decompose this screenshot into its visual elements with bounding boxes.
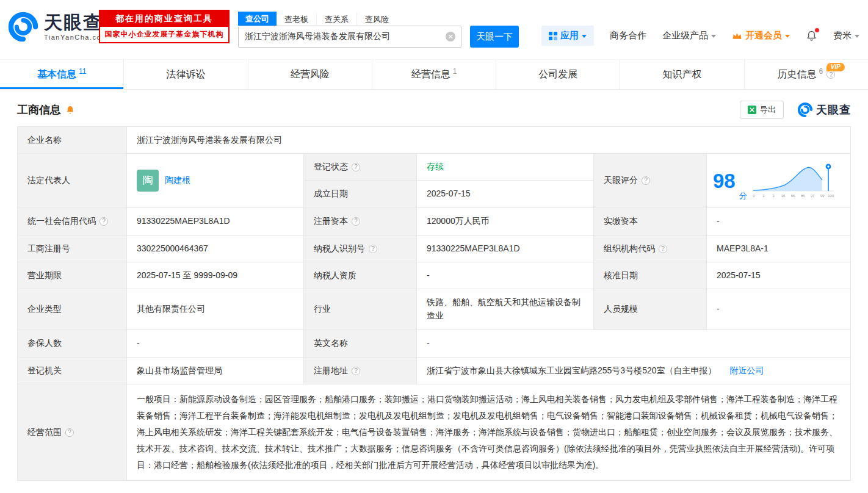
search-tab-relation[interactable]: 查关系 <box>317 13 357 26</box>
reg-number-label: 工商注册号 <box>18 236 127 262</box>
svg-text:85: 85 <box>800 194 805 198</box>
tab-label: 历史信息 <box>777 68 816 81</box>
section-title: 工商信息 <box>17 103 61 117</box>
svg-text:0: 0 <box>753 194 755 198</box>
english-name-value: - <box>417 330 851 358</box>
tab-count: 11 <box>79 67 86 76</box>
tab-label: 基本信息 <box>37 68 76 81</box>
chevron-down-icon <box>855 35 859 40</box>
apps-label: 应用 <box>560 30 579 41</box>
tab-basic-info[interactable]: 基本信息 11 <box>0 60 124 89</box>
insured-count-label: 参保人数 <box>18 330 127 358</box>
help-icon[interactable] <box>99 217 108 226</box>
help-icon[interactable] <box>352 217 360 226</box>
reg-capital-value: 120000万人民币 <box>417 208 594 236</box>
score-number: 98 <box>713 171 736 191</box>
notification-dot <box>815 28 819 32</box>
company-detail-tabs: 基本信息 11 法律诉讼 经营风险 经营信息 1 公司发展 知识产权 历史信息 … <box>0 59 868 90</box>
top-navigation: 应用 商务合作 企业级产品 开通会员 费米 <box>541 26 859 46</box>
open-vip-button[interactable]: 开通会员 <box>732 30 790 41</box>
company-name-value: 浙江宁波浙海风母港装备发展有限公司 <box>127 127 851 154</box>
export-label: 导出 <box>760 104 776 115</box>
legal-rep-label: 法定代表人 <box>18 154 127 208</box>
company-type-label: 企业类型 <box>18 289 127 330</box>
tianyancha-logo[interactable]: 天眼查 TianYanCha.com <box>7 11 108 43</box>
chevron-down-icon <box>582 35 587 40</box>
apps-menu-button[interactable]: 应用 <box>541 26 594 46</box>
paid-capital-label: 实缴资本 <box>594 208 707 236</box>
score-value: 98 分 0 1 3 15 56 85 97 99 100 <box>707 154 851 208</box>
user-menu[interactable]: 费米 <box>833 30 859 41</box>
open-vip-label: 开通会员 <box>745 30 782 41</box>
legal-rep-avatar: 陶 <box>137 170 159 192</box>
score-unit: 分 <box>739 190 747 202</box>
reg-number-value: 330225000464367 <box>127 236 304 262</box>
tab-operating-risk[interactable]: 经营风险 <box>248 60 372 89</box>
english-name-label: 英文名称 <box>304 330 417 358</box>
chevron-down-icon <box>711 35 716 40</box>
tab-intellectual-property[interactable]: 知识产权 <box>620 60 744 89</box>
svg-text:56: 56 <box>790 194 795 198</box>
svg-text:99: 99 <box>820 194 824 198</box>
reg-address-value: 浙江省宁波市象山县大徐镇城东工业园宝屿路255号3号楼520室（自主申报） 附近… <box>417 358 851 384</box>
help-icon[interactable] <box>352 367 360 375</box>
watermark-label: 天眼查 <box>816 103 851 117</box>
business-info-table: 企业名称 浙江宁波浙海风母港装备发展有限公司 法定代表人 陶 陶建根 登记状态 … <box>17 126 851 481</box>
search-area: 查公司 查老板 查关系 查风险 天眼一下 <box>238 11 519 48</box>
org-code-value: MAEP3L8A-1 <box>707 236 851 262</box>
help-icon[interactable] <box>65 428 74 437</box>
tab-count: 1 <box>453 67 457 76</box>
score-label: 天眼评分 <box>594 154 707 208</box>
legal-rep-value: 陶 陶建根 <box>127 154 304 208</box>
address-text: 浙江省宁波市象山县大徐镇城东工业园宝屿路255号3号楼520室（自主申报） <box>427 364 717 378</box>
tab-count: 6 <box>819 67 823 76</box>
search-tab-company[interactable]: 查公司 <box>238 12 277 26</box>
status-badge: 存续 <box>427 160 444 174</box>
svg-text:1: 1 <box>762 194 765 198</box>
crown-icon <box>732 32 742 40</box>
industry-label: 行业 <box>304 289 417 330</box>
tab-label: 经营风险 <box>291 68 330 81</box>
reg-capital-label: 注册资本 <box>304 208 417 236</box>
nearby-companies-link[interactable]: 附近公司 <box>730 364 764 378</box>
tianyancha-watermark: 天眼查 <box>797 102 851 118</box>
business-cooperation-link[interactable]: 商务合作 <box>610 30 646 41</box>
grid-icon <box>549 32 557 40</box>
help-icon[interactable] <box>369 245 377 253</box>
business-term-value: 2025-07-15 至 9999-09-09 <box>127 262 304 289</box>
search-tab-risk[interactable]: 查风险 <box>357 13 397 26</box>
tab-legal-proceedings[interactable]: 法律诉讼 <box>124 60 248 89</box>
tab-history-info[interactable]: 历史信息 6 VIP <box>745 60 868 89</box>
export-button[interactable]: 导出 <box>740 101 784 119</box>
tab-label: 法律诉讼 <box>166 68 205 81</box>
credit-code-label: 统一社会信用代码 <box>18 208 127 236</box>
business-term-label: 营业期限 <box>18 262 127 289</box>
tianyancha-swirl-icon <box>797 102 813 118</box>
search-tab-boss[interactable]: 查老板 <box>277 13 317 26</box>
help-icon[interactable] <box>642 176 650 185</box>
svg-text:3: 3 <box>772 194 775 198</box>
main-content: 工商信息 导出 天眼查 <box>0 97 868 489</box>
notifications-bell-button[interactable] <box>806 30 817 41</box>
subscribe-bell-icon[interactable] <box>65 105 75 115</box>
approval-date-value: 2025-07-15 <box>707 262 851 289</box>
help-icon[interactable] <box>659 245 667 253</box>
search-input[interactable] <box>238 26 461 48</box>
help-icon[interactable] <box>352 163 360 171</box>
reg-status-value: 存续 <box>417 154 594 181</box>
help-icon[interactable] <box>826 70 835 79</box>
search-button[interactable]: 天眼一下 <box>470 26 519 48</box>
tab-label: 知识产权 <box>663 68 702 81</box>
svg-text:15: 15 <box>781 194 785 198</box>
taxpayer-quality-label: 纳税人资质 <box>304 262 417 289</box>
tab-business-info[interactable]: 经营信息 1 <box>372 60 496 89</box>
enterprise-products-menu[interactable]: 企业级产品 <box>662 30 716 41</box>
enterprise-products-label: 企业级产品 <box>662 30 708 41</box>
chevron-down-icon <box>785 35 790 40</box>
company-type-value: 其他有限责任公司 <box>127 289 304 330</box>
tab-company-development[interactable]: 公司发展 <box>496 60 620 89</box>
clear-input-icon[interactable] <box>446 32 455 41</box>
reg-status-label: 登记状态 <box>304 154 417 181</box>
legal-rep-link[interactable]: 陶建根 <box>165 174 190 187</box>
staff-size-value: - <box>707 289 851 330</box>
